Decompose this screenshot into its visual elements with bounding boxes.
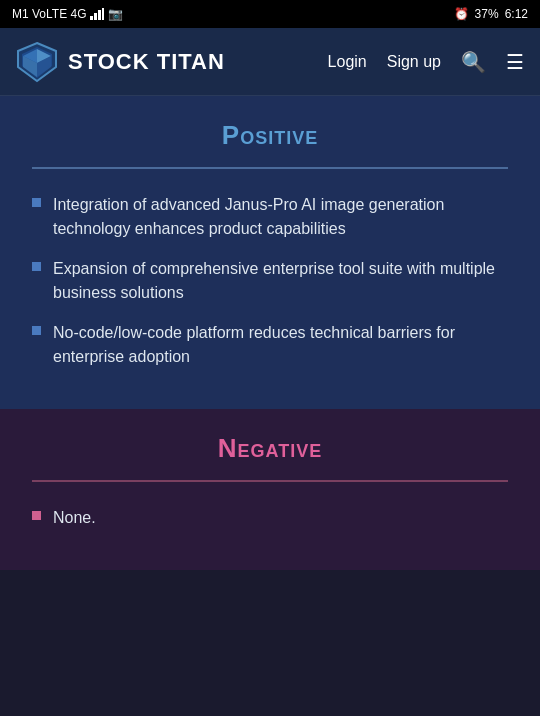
navbar: STOCK TITAN Login Sign up 🔍 ☰	[0, 28, 540, 96]
svg-rect-3	[102, 8, 104, 20]
bullet-icon	[32, 326, 41, 335]
negative-list: None.	[32, 506, 508, 530]
positive-list: Integration of advanced Janus-Pro AI ima…	[32, 193, 508, 369]
svg-rect-0	[90, 16, 93, 20]
search-icon[interactable]: 🔍	[461, 50, 486, 74]
list-item-text: Expansion of comprehensive enterprise to…	[53, 257, 508, 305]
list-item: Integration of advanced Janus-Pro AI ima…	[32, 193, 508, 241]
status-bar: M1 VoLTE 4G 📷 ⏰ 37% 6:12	[0, 0, 540, 28]
positive-section: Positive Integration of advanced Janus-P…	[0, 96, 540, 409]
nav-links: Login Sign up 🔍 ☰	[328, 50, 524, 74]
list-item: Expansion of comprehensive enterprise to…	[32, 257, 508, 305]
list-item-text: Integration of advanced Janus-Pro AI ima…	[53, 193, 508, 241]
signup-link[interactable]: Sign up	[387, 53, 441, 71]
svg-rect-2	[98, 10, 101, 20]
status-right: ⏰ 37% 6:12	[454, 7, 528, 21]
status-left: M1 VoLTE 4G 📷	[12, 7, 123, 21]
battery-label: 37%	[475, 7, 499, 21]
svg-rect-1	[94, 13, 97, 20]
positive-divider	[32, 167, 508, 169]
carrier-label: M1 VoLTE 4G	[12, 7, 86, 21]
logo-icon	[16, 41, 58, 83]
bullet-icon	[32, 262, 41, 271]
main-content: Positive Integration of advanced Janus-P…	[0, 96, 540, 570]
positive-section-title: Positive	[32, 120, 508, 151]
signal-icons	[90, 8, 104, 20]
logo-container: STOCK TITAN	[16, 41, 328, 83]
list-item-text: No-code/low-code platform reduces techni…	[53, 321, 508, 369]
negative-section: Negative None.	[0, 409, 540, 570]
list-item: No-code/low-code platform reduces techni…	[32, 321, 508, 369]
bullet-icon	[32, 198, 41, 207]
login-link[interactable]: Login	[328, 53, 367, 71]
list-item: None.	[32, 506, 508, 530]
negative-divider	[32, 480, 508, 482]
alarm-icon: ⏰	[454, 7, 469, 21]
logo-text: STOCK TITAN	[68, 49, 225, 75]
instagram-icon: 📷	[108, 7, 123, 21]
time-label: 6:12	[505, 7, 528, 21]
list-item-text: None.	[53, 506, 96, 530]
negative-section-title: Negative	[32, 433, 508, 464]
menu-icon[interactable]: ☰	[506, 50, 524, 74]
bullet-icon	[32, 511, 41, 520]
